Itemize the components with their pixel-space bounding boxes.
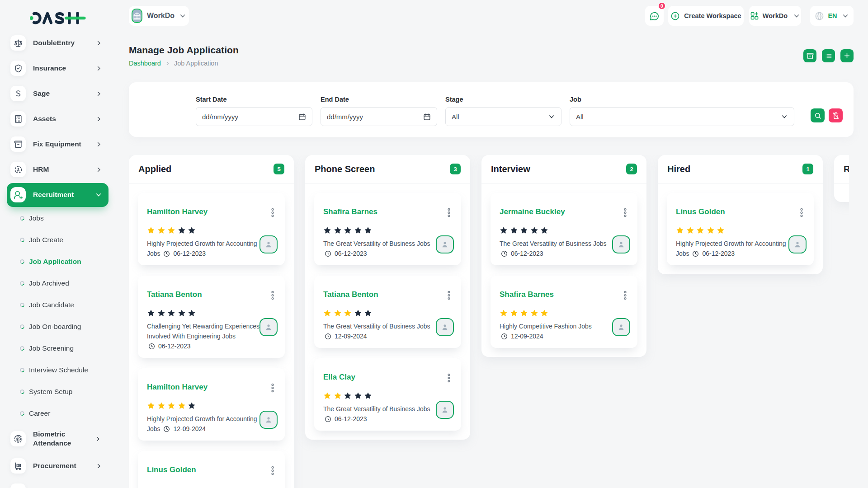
star-filled-icon [510,309,518,317]
sidebar-subitem-job-create[interactable]: Job Create [7,229,108,251]
sidebar-subitem-job-archived[interactable]: Job Archived [7,272,108,294]
add-application-button[interactable] [840,49,854,62]
candidate-name-link[interactable]: Ella Clay [323,372,355,382]
candidate-name-link[interactable]: Shafira Barnes [323,207,377,217]
sidebar-item-label: Procurement [33,461,88,470]
workdo-menu-button[interactable]: WorkDo [749,6,801,26]
sidebar-subitem-job-candidate[interactable]: Job Candidate [7,294,108,316]
card-menu-button[interactable] [447,373,451,383]
breadcrumb-separator-icon [165,61,170,66]
sidebar-item-assets[interactable]: Assets [7,106,108,131]
star-empty-icon [147,309,155,317]
card-menu-button[interactable] [271,291,274,300]
candidate-name-link[interactable]: Linus Golden [147,465,196,475]
card-menu-button[interactable] [623,208,627,217]
candidate-name-link[interactable]: Linus Golden [676,207,725,217]
candidate-name-link[interactable]: Hamilton Harvey [147,207,208,217]
app-logo[interactable] [7,12,108,24]
application-card[interactable]: Jermaine Buckley The Great Versatility o… [491,193,637,265]
sidebar-subitem-interview-schedule[interactable]: Interview Schedule [7,359,108,381]
sidebar-subitem-jobs[interactable]: Jobs [7,207,108,229]
candidate-avatar[interactable] [612,235,630,253]
candidate-avatar[interactable] [436,235,454,253]
card-header-row: Jermaine Buckley [500,207,628,217]
candidate-name-link[interactable]: Tatiana Benton [323,290,378,300]
application-card[interactable]: Hamilton Harvey Highly Projected Growth … [138,368,285,441]
card-menu-button[interactable] [800,208,803,217]
sidebar-item-insurance[interactable]: Insurance [7,56,108,81]
chevron-down-icon [95,191,102,198]
application-card[interactable]: Shafira Barnes Highly Competitive Fashio… [491,276,637,348]
candidate-name-link[interactable]: Shafira Barnes [500,290,554,300]
workspace-avatar [132,9,142,23]
sidebar-subitem-system-setup[interactable]: System Setup [7,381,108,403]
card-menu-button[interactable] [447,208,451,217]
star-icon [323,392,331,400]
candidate-avatar[interactable] [259,411,278,429]
card-menu-button[interactable] [271,466,274,475]
kanban-column-title: Hired [667,164,690,174]
workspace-switcher[interactable]: WorkDo [129,6,189,26]
application-card[interactable]: Ella Clay The Great Versatility of Busin… [314,358,461,431]
candidate-avatar[interactable] [788,235,807,253]
card-menu-button[interactable] [271,383,274,393]
candidate-avatar[interactable] [259,235,278,253]
candidate-name-link[interactable]: Jermaine Buckley [500,207,565,217]
messenger-button[interactable]: 0 [645,6,664,26]
kanban-column-body: Shafira Barnes The Great Versatility of … [305,183,470,440]
sidebar-item-hrm[interactable]: HRM [7,157,108,182]
candidate-name-link[interactable]: Hamilton Harvey [147,382,208,392]
person-icon [264,240,273,249]
sidebar-item-procurement[interactable]: Procurement [7,453,108,479]
application-card[interactable]: Hamilton Harvey Highly Projected Growth … [138,193,285,265]
shield-check-icon [14,64,23,73]
person-icon [440,405,449,414]
job-title: The Great Versatility of Business Jobs [323,240,430,247]
card-menu-button[interactable] [623,291,627,300]
stage-select[interactable]: All [445,107,561,126]
apply-filter-button[interactable] [811,108,825,122]
application-card[interactable]: Tatiana Benton Challenging Yet Rewarding… [138,276,285,358]
candidate-avatar[interactable] [612,318,630,336]
kebab-icon [447,373,451,383]
sidebar-item-sage[interactable]: Sage [7,81,108,106]
end-date-input[interactable]: dd/mm/yyyy [321,107,437,126]
kanban-column-body: Linus Golden Highly Projected Growth for… [658,183,823,274]
sidebar-item-partial[interactable] [7,479,108,488]
star-icon [344,226,352,235]
list-view-button[interactable] [822,49,835,62]
application-card[interactable]: Tatiana Benton The Great Versatility of … [314,276,461,348]
sidebar: DoubleEntry Insurance Sage Assets Fix Eq… [0,0,115,488]
job-title: The Great Versatility of Business Jobs [323,405,430,413]
kanban-column-title: Applied [138,164,171,174]
start-date-input[interactable]: dd/mm/yyyy [196,107,312,126]
sidebar-item-recruitment[interactable]: Recruitment [7,183,108,207]
sidebar-item-fix-equipment[interactable]: Fix Equipment [7,131,108,157]
star-icon [157,309,165,317]
candidate-name-link[interactable]: Tatiana Benton [147,290,202,300]
sidebar-item-biometric-attendance[interactable]: Biometric Attendance [7,424,108,453]
sidebar-subitem-job-on-boarding[interactable]: Job On-boarding [7,316,108,338]
create-workspace-button[interactable]: Create Workspace [668,6,744,26]
candidate-avatar[interactable] [259,318,278,336]
star-icon [147,226,155,235]
application-card[interactable]: Linus Golden [138,451,285,488]
star-icon [364,226,372,235]
breadcrumb-dashboard-link[interactable]: Dashboard [129,60,161,67]
clear-filter-button[interactable] [829,108,843,122]
sidebar-item-label: HRM [33,165,88,174]
candidate-avatar[interactable] [436,401,454,419]
language-selector[interactable]: EN [810,6,854,26]
application-card[interactable]: Linus Golden Highly Projected Growth for… [667,193,814,265]
candidate-avatar[interactable] [436,318,454,336]
sidebar-subitem-job-screening[interactable]: Job Screening [7,338,108,359]
archived-applications-button[interactable] [803,49,816,62]
card-menu-button[interactable] [271,208,274,217]
sidebar-item-doubleentry[interactable]: DoubleEntry [7,30,108,56]
sidebar-subitem-job-application[interactable]: Job Application [7,251,108,272]
sidebar-subitem-career[interactable]: Career [7,403,108,424]
job-select[interactable]: All [570,107,794,126]
card-menu-button[interactable] [447,291,451,300]
application-card[interactable]: Shafira Barnes The Great Versatility of … [314,193,461,265]
star-empty-icon [530,226,538,235]
